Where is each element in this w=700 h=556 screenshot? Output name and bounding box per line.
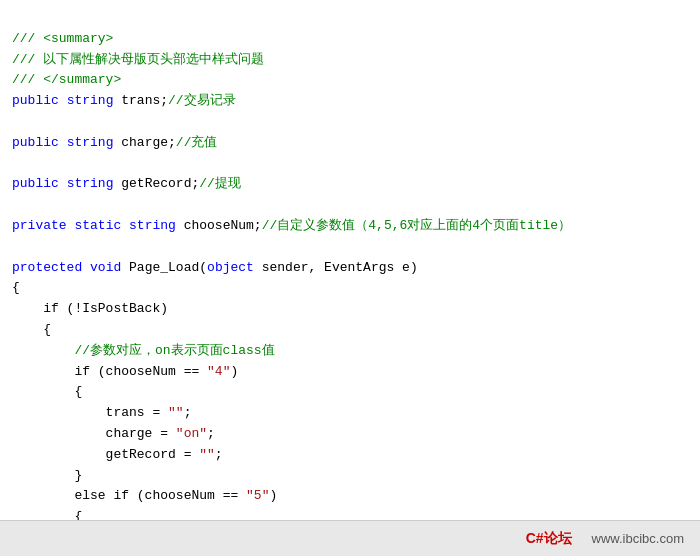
code-line: private static string chooseNum;//自定义参数值… [12,216,688,237]
code-token: if (!IsPostBack) [12,301,168,316]
code-line: /// </summary> [12,70,688,91]
code-token: //自定义参数值（4,5,6对应上面的4个页面title） [262,218,571,233]
code-line: public string charge;//充值 [12,133,688,154]
code-line [12,154,688,175]
code-token: charge; [113,135,175,150]
code-line: { [12,320,688,341]
code-token: if (chooseNum == [12,364,207,379]
code-line: //参数对应，on表示页面class值 [12,341,688,362]
code-token: //交易记录 [168,93,236,108]
code-token [59,135,67,150]
code-token: //参数对应，on表示页面class值 [12,343,275,358]
code-line: public string getRecord;//提现 [12,174,688,195]
code-line: } [12,466,688,487]
code-token: { [12,322,51,337]
code-token: else if (chooseNum == [12,488,246,503]
footer-url: www.ibcibc.com [592,531,684,546]
code-line: /// <summary> [12,29,688,50]
code-token: chooseNum; [176,218,262,233]
code-token: "" [199,447,215,462]
footer-brand: C#论坛 [526,530,572,548]
code-token [59,93,67,108]
code-line [12,237,688,258]
code-line: if (chooseNum == "4") [12,362,688,383]
code-token: string [67,135,114,150]
code-token [82,260,90,275]
code-token: public [12,93,59,108]
code-token: trans; [113,93,168,108]
code-line [12,112,688,133]
code-token [121,218,129,233]
code-line: else if (chooseNum == "5") [12,486,688,507]
code-line: charge = "on"; [12,424,688,445]
code-token: /// <summary> [12,31,113,46]
code-token: trans = [12,405,168,420]
code-line: getRecord = ""; [12,445,688,466]
code-token: string [67,176,114,191]
code-token: sender, EventArgs e) [254,260,418,275]
code-token: ; [207,426,215,441]
code-token: protected [12,260,82,275]
code-line: /// 以下属性解决母版页头部选中样式问题 [12,50,688,71]
code-token: } [12,468,82,483]
code-token: ) [269,488,277,503]
code-token: object [207,260,254,275]
code-line: { [12,382,688,403]
code-line: { [12,278,688,299]
code-token: getRecord; [113,176,199,191]
code-token: /// </summary> [12,72,121,87]
code-token: charge = [12,426,176,441]
code-token: //充值 [176,135,218,150]
code-token [59,176,67,191]
code-token: getRecord = [12,447,199,462]
code-token: static [74,218,121,233]
code-token: ; [215,447,223,462]
code-token: void [90,260,121,275]
code-token: private [12,218,67,233]
code-token: /// 以下属性解决母版页头部选中样式问题 [12,52,264,67]
code-token: "" [168,405,184,420]
code-token: string [129,218,176,233]
code-token: "4" [207,364,230,379]
code-line [12,195,688,216]
code-token: { [12,384,82,399]
code-line: public string trans;//交易记录 [12,91,688,112]
code-token: public [12,135,59,150]
code-token: string [67,93,114,108]
code-line: protected void Page_Load(object sender, … [12,258,688,279]
code-token: //提现 [199,176,241,191]
code-editor: /// <summary>/// 以下属性解决母版页头部选中样式问题/// </… [0,0,700,556]
code-token: ; [184,405,192,420]
code-token: Page_Load( [121,260,207,275]
code-token: public [12,176,59,191]
code-token: "on" [176,426,207,441]
code-line: if (!IsPostBack) [12,299,688,320]
footer: C#论坛 www.ibcibc.com [0,520,700,556]
code-token: ) [230,364,238,379]
code-token: { [12,280,20,295]
code-line: trans = ""; [12,403,688,424]
code-token: "5" [246,488,269,503]
